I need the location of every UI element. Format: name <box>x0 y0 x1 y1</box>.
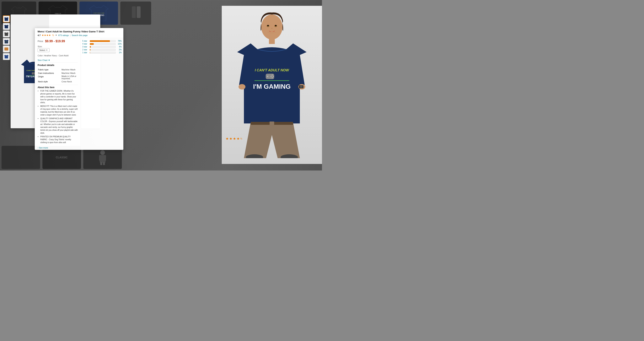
thumb-shirt-icon-5 <box>4 47 9 51</box>
three-star-row[interactable]: 3 star 4% <box>82 46 122 48</box>
product-left-panel: Price: $9.99 - $19.99 Size: Select ▼ Col… <box>35 38 81 150</box>
svg-point-24 <box>261 14 282 40</box>
svg-point-7 <box>100 150 105 155</box>
thumbnail-nav: GAMING <box>3 16 10 60</box>
bullet-2: MENS FIT: This is a fitted men's shirt m… <box>40 105 78 116</box>
thumb-6[interactable] <box>3 53 10 60</box>
svg-text:GAMING: GAMING <box>5 42 8 42</box>
three-star-bar-container <box>90 46 116 48</box>
details-title: Product details <box>38 64 78 66</box>
one-star-row[interactable]: 1 star 1% <box>82 52 122 54</box>
thumb-5[interactable] <box>3 46 10 52</box>
price-section: Price: $9.99 - $19.99 <box>35 38 80 44</box>
svg-rect-9 <box>99 155 102 161</box>
fabric-value: Machine Wash <box>62 68 78 71</box>
model-stars-section: ★ ★ ★ ★ ½ <box>226 136 242 141</box>
bullet-3: QUALITY GRAPHICS AND VIBRANT COLOR - Exp… <box>40 117 78 134</box>
svg-point-33 <box>272 74 273 76</box>
thumb-4[interactable]: GAMING <box>3 38 10 45</box>
svg-rect-5 <box>132 6 136 18</box>
svg-text:I CAN'T ADULT NOW: I CAN'T ADULT NOW <box>93 12 104 14</box>
four-star-bar <box>90 43 94 45</box>
three-star-bar <box>90 46 91 48</box>
four-star-label[interactable]: 4 star <box>82 43 88 45</box>
four-star-bar-container <box>90 43 116 45</box>
see-more-label: See more <box>39 146 48 149</box>
sizechart-section: Size Chart ▼ <box>35 58 80 62</box>
bg-person <box>97 150 108 165</box>
thumb-shirt-icon-1 <box>4 16 9 21</box>
svg-text:I CAN'T ADULT NOW: I CAN'T ADULT NOW <box>255 68 289 72</box>
care-row: Care instructions Machine Wash <box>38 72 78 75</box>
svg-rect-14 <box>4 48 8 50</box>
five-star-bar <box>90 40 110 42</box>
svg-text:I'M GAMING: I'M GAMING <box>253 83 290 90</box>
bg-socks <box>128 4 144 22</box>
two-star-row[interactable]: 2 star 2% <box>82 48 122 51</box>
three-star-label[interactable]: 3 star <box>82 46 88 48</box>
one-star-label[interactable]: 1 star <box>82 52 88 54</box>
size-section: Size: Select ▼ <box>35 44 80 53</box>
size-select-button[interactable]: Select ▼ <box>38 48 50 52</box>
two-star-bar-container <box>90 49 116 51</box>
svg-rect-11 <box>100 162 102 165</box>
thumb-2[interactable] <box>3 23 10 30</box>
model-star-4: ★ <box>236 136 240 141</box>
product-title: Mens I Cant Adult Im Gaming Funny Video … <box>38 30 120 33</box>
price-value: $9.99 - $19.99 <box>45 40 65 43</box>
neck-label: Neck style <box>38 80 61 83</box>
chevron-down-small-icon: › <box>38 146 38 149</box>
svg-rect-10 <box>104 155 106 161</box>
five-star-label[interactable]: 5 star <box>82 40 88 42</box>
one-star-pct: 1% <box>117 52 122 54</box>
origin-label: Origin <box>38 75 61 80</box>
two-star-bar <box>90 49 90 50</box>
rating-row: 4.7 ★★★★½ ▼ 673 ratings | Search this pa… <box>38 34 120 37</box>
separator: | <box>70 34 70 36</box>
stars-display: ★★★★ <box>42 34 51 37</box>
overlay-content: Price: $9.99 - $19.99 Size: Select ▼ Col… <box>35 38 123 150</box>
svg-point-34 <box>273 76 274 77</box>
svg-text:THINK I'M: THINK I'M <box>55 13 61 14</box>
three-star-pct: 4% <box>117 46 122 48</box>
svg-rect-44 <box>270 122 274 125</box>
see-more-section[interactable]: › See more <box>35 146 80 150</box>
svg-rect-29 <box>269 38 275 44</box>
svg-point-17 <box>32 73 33 74</box>
svg-rect-12 <box>103 162 105 165</box>
size-label: Size: <box>38 45 78 48</box>
thumb-3[interactable] <box>3 30 10 38</box>
origin-value: Made in USA or Imported. <box>62 75 78 80</box>
svg-point-39 <box>238 84 246 90</box>
two-star-label[interactable]: 2 star <box>82 48 88 51</box>
about-title: About this item <box>38 86 78 89</box>
ratings-breakdown-panel: 5 star 78% 4 star 15% 3 star 4% <box>81 38 123 150</box>
model-star-3: ★ <box>233 136 236 141</box>
bullet-4: PRINTED ON PREMIUM QUALITY FABRIC - Craz… <box>40 135 78 144</box>
fabric-row: Fabric type Machine Wash <box>38 68 78 71</box>
five-star-pct: 78% <box>117 40 122 42</box>
model-half-star: ½ <box>240 137 242 140</box>
four-star-row[interactable]: 4 star 15% <box>82 43 122 45</box>
model-star-2: ★ <box>229 136 232 141</box>
one-star-bar <box>90 52 90 54</box>
two-star-pct: 2% <box>117 48 122 51</box>
sizechart-arrow: ▼ <box>48 59 50 61</box>
details-table: Fabric type Machine Wash Care instructio… <box>38 68 78 84</box>
search-page-link[interactable]: Search this page <box>72 34 88 36</box>
thumb-1[interactable] <box>3 16 10 22</box>
svg-point-32 <box>267 76 268 77</box>
ratings-count[interactable]: 673 ratings <box>58 34 69 36</box>
price-label: Price: <box>38 40 44 42</box>
color-section: Color: Heather Navy - Cant Adult <box>35 53 80 58</box>
size-chart-link[interactable]: Size Chart ▼ <box>38 59 50 61</box>
neck-value: Crew Neck <box>62 80 78 83</box>
fabric-label: Fabric type <box>38 68 61 71</box>
chevron-down-icon[interactable]: ▼ <box>55 34 57 36</box>
half-star: ½ <box>52 34 54 37</box>
model-photo-panel: I CAN'T ADULT NOW I'M GAMING <box>222 6 322 164</box>
five-star-bar-container <box>90 40 116 42</box>
svg-point-28 <box>275 25 277 26</box>
rating-number: 4.7 <box>38 34 40 36</box>
five-star-row[interactable]: 5 star 78% <box>82 40 122 42</box>
